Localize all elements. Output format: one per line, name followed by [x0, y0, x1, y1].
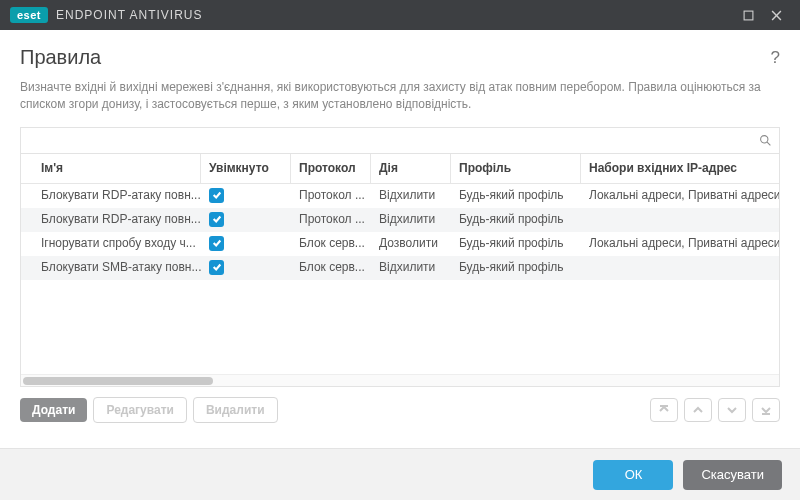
move-top-button: [650, 398, 678, 422]
col-header-name[interactable]: Ім'я: [21, 154, 201, 183]
cell-enabled: [201, 184, 291, 207]
table-header: Ім'я Увімкнуто Протокол Дія Профіль Набо…: [21, 154, 779, 184]
page-title: Правила: [20, 46, 780, 69]
svg-line-4: [767, 142, 770, 145]
brand-badge: eset: [10, 7, 48, 23]
cell-ipsets: Локальні адреси, Приватні адреси: [581, 232, 779, 255]
col-header-profile[interactable]: Профіль: [451, 154, 581, 183]
col-header-action[interactable]: Дія: [371, 154, 451, 183]
move-up-button: [684, 398, 712, 422]
action-bar: Додати Редагувати Видалити: [20, 397, 780, 423]
cell-action: Відхилити: [371, 184, 451, 207]
search-icon[interactable]: [757, 132, 773, 148]
cell-protocol: Блок серв...: [291, 256, 371, 279]
cell-action: Дозволити: [371, 232, 451, 255]
table-row[interactable]: Блокувати RDP-атаку повн...Протокол ...В…: [21, 184, 779, 208]
cell-action: Відхилити: [371, 208, 451, 231]
move-bottom-button: [752, 398, 780, 422]
cell-enabled: [201, 256, 291, 279]
horizontal-scrollbar-thumb[interactable]: [23, 377, 213, 385]
help-icon[interactable]: ?: [771, 48, 780, 68]
dialog-footer: ОК Скасувати: [0, 448, 800, 500]
cell-protocol: Протокол ...: [291, 208, 371, 231]
cell-enabled: [201, 208, 291, 231]
add-button[interactable]: Додати: [20, 398, 87, 422]
cell-profile: Будь-який профіль: [451, 256, 581, 279]
cell-ipsets: [581, 256, 779, 279]
ok-button[interactable]: ОК: [593, 460, 673, 490]
cell-protocol: Протокол ...: [291, 184, 371, 207]
enabled-checkbox[interactable]: [209, 236, 224, 251]
table-row[interactable]: Блокувати RDP-атаку повн...Протокол ...В…: [21, 208, 779, 232]
cell-protocol: Блок серв...: [291, 232, 371, 255]
svg-point-3: [760, 135, 767, 142]
enabled-checkbox[interactable]: [209, 188, 224, 203]
table-row[interactable]: Ігнорувати спробу входу ч...Блок серв...…: [21, 232, 779, 256]
svg-rect-0: [744, 11, 753, 20]
cell-name: Блокувати SMB-атаку повн...: [21, 256, 201, 279]
cell-action: Відхилити: [371, 256, 451, 279]
cell-name: Ігнорувати спробу входу ч...: [21, 232, 201, 255]
table-body: Блокувати RDP-атаку повн...Протокол ...В…: [21, 184, 779, 374]
edit-button: Редагувати: [93, 397, 187, 423]
table-row[interactable]: Блокувати SMB-атаку повн...Блок серв...В…: [21, 256, 779, 280]
cell-profile: Будь-який профіль: [451, 184, 581, 207]
cell-profile: Будь-який профіль: [451, 208, 581, 231]
cell-name: Блокувати RDP-атаку повн...: [21, 184, 201, 207]
cell-profile: Будь-який профіль: [451, 232, 581, 255]
table-search-row: [21, 128, 779, 154]
enabled-checkbox[interactable]: [209, 212, 224, 227]
minimize-icon[interactable]: [734, 0, 762, 30]
enabled-checkbox[interactable]: [209, 260, 224, 275]
cell-ipsets: Локальні адреси, Приватні адреси: [581, 184, 779, 207]
rules-table: Ім'я Увімкнуто Протокол Дія Профіль Набо…: [20, 127, 780, 387]
move-down-button: [718, 398, 746, 422]
page-description: Визначте вхідні й вихідні мережеві з'єдн…: [20, 79, 780, 113]
col-header-protocol[interactable]: Протокол: [291, 154, 371, 183]
delete-button: Видалити: [193, 397, 278, 423]
horizontal-scrollbar[interactable]: [21, 374, 779, 386]
cancel-button[interactable]: Скасувати: [683, 460, 782, 490]
col-header-ipsets[interactable]: Набори вхідних IP-адрес: [581, 154, 779, 183]
cell-ipsets: [581, 208, 779, 231]
cell-name: Блокувати RDP-атаку повн...: [21, 208, 201, 231]
brand-product: ENDPOINT ANTIVIRUS: [56, 8, 202, 22]
close-icon[interactable]: [762, 0, 790, 30]
content-area: ? Правила Визначте вхідні й вихідні мере…: [0, 30, 800, 423]
title-bar: eset ENDPOINT ANTIVIRUS: [0, 0, 800, 30]
col-header-enabled[interactable]: Увімкнуто: [201, 154, 291, 183]
cell-enabled: [201, 232, 291, 255]
